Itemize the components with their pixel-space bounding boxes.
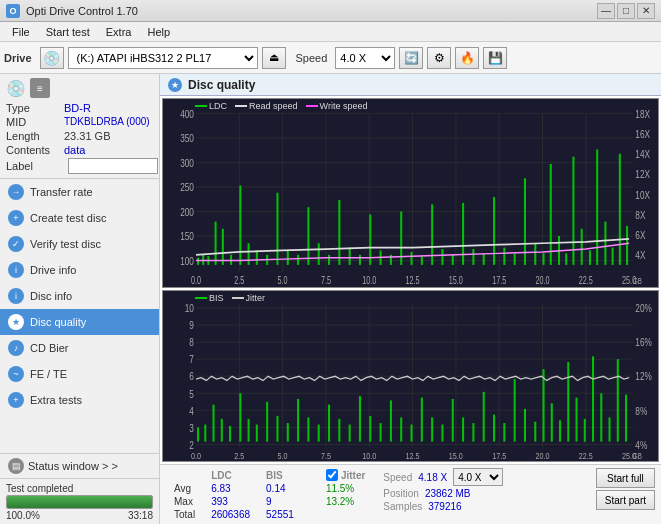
- svg-text:8%: 8%: [635, 404, 647, 417]
- svg-text:15.0: 15.0: [449, 449, 463, 460]
- extra-tests-label: Extra tests: [30, 394, 82, 406]
- menu-extra[interactable]: Extra: [98, 24, 140, 40]
- bis-legend-jitter: Jitter: [246, 293, 266, 303]
- create-test-disc-icon: +: [8, 210, 24, 226]
- progress-percent: 100.0%: [6, 510, 40, 521]
- menu-file[interactable]: File: [4, 24, 38, 40]
- bis-chart-svg: 10 9 8 7 6 5 4 3 2 20% 16% 12%: [163, 291, 658, 461]
- progress-status: Test completed: [6, 483, 73, 494]
- svg-rect-162: [441, 424, 443, 441]
- settings-button[interactable]: ⚙: [427, 47, 451, 69]
- svg-rect-90: [619, 154, 621, 265]
- maximize-button[interactable]: □: [617, 3, 635, 19]
- svg-rect-154: [359, 396, 361, 441]
- verify-test-disc-icon: ✓: [8, 236, 24, 252]
- status-window-btn[interactable]: ▤ Status window > >: [0, 454, 159, 479]
- svg-rect-81: [550, 164, 552, 265]
- svg-text:20.0: 20.0: [535, 449, 549, 460]
- svg-rect-160: [421, 397, 423, 441]
- content-area: ★ Disc quality LDC Read speed Write spee…: [160, 74, 661, 524]
- svg-rect-50: [239, 186, 241, 265]
- minimize-button[interactable]: —: [597, 3, 615, 19]
- disc-info-label: Disc info: [30, 290, 72, 302]
- disc-settings-icon[interactable]: ≡: [30, 78, 50, 98]
- create-test-disc-label: Create test disc: [30, 212, 106, 224]
- svg-rect-137: [197, 427, 199, 441]
- svg-rect-55: [287, 250, 289, 264]
- svg-rect-58: [318, 243, 320, 265]
- save-button[interactable]: 💾: [483, 47, 507, 69]
- svg-text:7.5: 7.5: [321, 449, 331, 460]
- svg-text:15.0: 15.0: [449, 274, 463, 286]
- total-ldc: 2606368: [203, 508, 258, 521]
- sidebar-item-transfer-rate[interactable]: → Transfer rate: [0, 179, 159, 205]
- jitter-checkbox[interactable]: [326, 469, 338, 481]
- start-full-button[interactable]: Start full: [596, 468, 655, 488]
- samples-key: Samples: [383, 501, 422, 512]
- window-controls[interactable]: — □ ✕: [597, 3, 655, 19]
- svg-rect-59: [328, 255, 330, 265]
- bis-legend-bis: BIS: [209, 293, 224, 303]
- svg-rect-156: [380, 423, 382, 441]
- svg-rect-144: [256, 424, 258, 441]
- burn-button[interactable]: 🔥: [455, 47, 479, 69]
- svg-rect-170: [524, 408, 526, 441]
- svg-rect-176: [576, 397, 578, 441]
- disc-quality-icon: ★: [8, 314, 24, 330]
- sidebar-item-cd-bier[interactable]: ♪ CD Bier: [0, 335, 159, 361]
- svg-text:12%: 12%: [635, 370, 652, 383]
- speed-key-label: Speed: [383, 472, 412, 483]
- avg-label: Avg: [166, 482, 203, 495]
- window-title: Opti Drive Control 1.70: [26, 5, 597, 17]
- stats-speed-select[interactable]: 4.0 X: [453, 468, 503, 486]
- verify-test-disc-label: Verify test disc: [30, 238, 101, 250]
- start-part-button[interactable]: Start part: [596, 490, 655, 510]
- sidebar-item-drive-info[interactable]: i Drive info: [0, 257, 159, 283]
- svg-text:10: 10: [185, 302, 195, 315]
- mid-value: TDKBLDRBA (000): [64, 116, 150, 128]
- svg-rect-147: [287, 423, 289, 441]
- sidebar-item-extra-tests[interactable]: + Extra tests: [0, 387, 159, 413]
- type-value: BD-R: [64, 102, 91, 114]
- svg-rect-85: [581, 229, 583, 265]
- svg-rect-61: [349, 248, 351, 265]
- sidebar-item-disc-quality[interactable]: ★ Disc quality: [0, 309, 159, 335]
- sidebar-item-fe-te[interactable]: ~ FE / TE: [0, 361, 159, 387]
- avg-jitter: 11.5%: [318, 482, 373, 495]
- svg-text:150: 150: [180, 230, 194, 243]
- ldc-legend-write: Write speed: [320, 101, 368, 111]
- toolbar: Drive 💿 (K:) ATAPI iHBS312 2 PL17 ⏏ Spee…: [0, 42, 661, 74]
- drive-icon-btn[interactable]: 💿: [40, 47, 64, 69]
- drive-select[interactable]: (K:) ATAPI iHBS312 2 PL17: [68, 47, 258, 69]
- svg-text:400: 400: [180, 107, 194, 120]
- max-ldc: 393: [203, 495, 258, 508]
- menu-start-test[interactable]: Start test: [38, 24, 98, 40]
- svg-rect-142: [239, 393, 241, 441]
- svg-rect-150: [318, 424, 320, 441]
- avg-bis: 0.14: [258, 482, 302, 495]
- sidebar-item-create-test-disc[interactable]: + Create test disc: [0, 205, 159, 231]
- speed-select[interactable]: 4.0 X 8.0 X: [335, 47, 395, 69]
- svg-rect-83: [565, 253, 567, 265]
- refresh-button[interactable]: 🔄: [399, 47, 423, 69]
- transfer-rate-label: Transfer rate: [30, 186, 93, 198]
- status-bar-sidebar: ▤ Status window > > Test completed 100.0…: [0, 453, 159, 524]
- eject-button[interactable]: ⏏: [262, 47, 286, 69]
- type-label: Type: [6, 102, 64, 114]
- svg-rect-164: [462, 417, 464, 441]
- svg-rect-165: [472, 423, 474, 441]
- stats-table: LDC BIS Jitter Avg 6.83 0.14: [166, 468, 373, 521]
- svg-rect-70: [441, 249, 443, 265]
- length-value: 23.31 GB: [64, 130, 110, 142]
- svg-rect-182: [625, 394, 627, 441]
- svg-rect-149: [307, 417, 309, 441]
- menu-help[interactable]: Help: [139, 24, 178, 40]
- label-input[interactable]: [68, 158, 158, 174]
- close-button[interactable]: ✕: [637, 3, 655, 19]
- svg-rect-60: [338, 200, 340, 265]
- svg-text:200: 200: [180, 205, 194, 218]
- sidebar-item-verify-test-disc[interactable]: ✓ Verify test disc: [0, 231, 159, 257]
- jitter-checkbox-area[interactable]: Jitter: [326, 469, 365, 481]
- sidebar-item-disc-info[interactable]: i Disc info: [0, 283, 159, 309]
- svg-rect-148: [297, 398, 299, 441]
